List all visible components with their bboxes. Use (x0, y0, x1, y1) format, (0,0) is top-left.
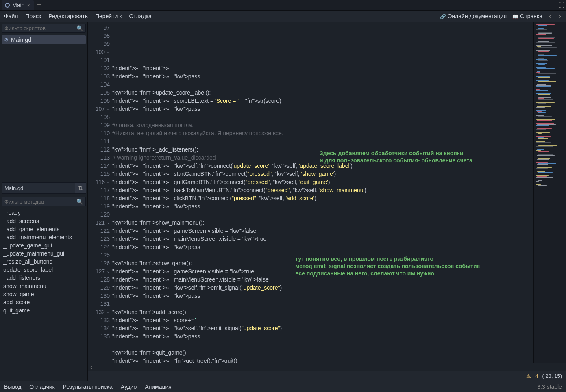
warning-icon[interactable]: ⚠ (526, 373, 531, 379)
chevron-left-icon[interactable]: ‹ (90, 364, 92, 370)
online-docs-link[interactable]: 🔗 Онлайн документация (440, 13, 507, 19)
nav-forward-button[interactable]: › (558, 12, 562, 20)
method-item[interactable]: show_mainmenu (0, 282, 87, 290)
script-item-label: Main.gd (11, 37, 31, 43)
code-editor: 979899100 ⌄101102103104105106107 ⌄108109… (88, 22, 566, 381)
link-icon: 🔗 (440, 14, 446, 19)
bottom-anim[interactable]: Анимация (145, 383, 172, 390)
menu-file[interactable]: Файл (4, 13, 18, 19)
help-icon: 📖 (512, 14, 518, 19)
annotation-1: Здесь добавляем обработчики событий на к… (320, 135, 472, 179)
menu-debug[interactable]: Отладка (129, 13, 151, 19)
menu-goto[interactable]: Перейти к (95, 13, 122, 19)
search-icon[interactable]: 🔍 (76, 199, 83, 205)
bottom-panel-bar: Вывод Отладчик Результаты поиска Аудио А… (0, 381, 566, 392)
tab-main[interactable]: Main × (2, 0, 34, 10)
bottom-debugger[interactable]: Отладчик (29, 383, 54, 390)
method-item[interactable]: _update_game_gui (0, 241, 87, 249)
tab-title: Main (12, 2, 24, 9)
menu-search[interactable]: Поиск (25, 13, 41, 19)
gear-icon: ⚙ (4, 37, 9, 43)
script-list: ⚙ Main.gd (0, 35, 87, 181)
code-column[interactable]: Здесь добавляем обработчики событий на к… (112, 22, 533, 363)
horizontal-scrollbar[interactable]: ‹ (88, 363, 566, 371)
filter-scripts-input[interactable] (4, 25, 76, 31)
version-label: 3.3.stable (537, 383, 562, 390)
method-item[interactable]: _add_game_elements (0, 225, 87, 233)
gutter: 979899100 ⌄101102103104105106107 ⌄108109… (88, 22, 112, 363)
bottom-audio[interactable]: Аудио (121, 383, 137, 390)
swap-icon[interactable]: ⇅ (75, 183, 86, 193)
current-script-input[interactable] (2, 184, 75, 193)
method-item[interactable]: _add_listeners (0, 274, 87, 282)
method-item[interactable]: _add_mainmenu_elements (0, 233, 87, 241)
method-item[interactable]: add_score (0, 298, 87, 306)
script-item-main[interactable]: ⚙ Main.gd (2, 35, 86, 44)
search-icon[interactable]: 🔍 (76, 25, 83, 31)
minimap[interactable] (533, 22, 566, 363)
code-viewport[interactable]: 979899100 ⌄101102103104105106107 ⌄108109… (88, 22, 566, 363)
help-link[interactable]: 📖 Справка (512, 13, 542, 19)
annotation-2: тут понятно все, в прошлом посте разбира… (295, 240, 480, 292)
cursor-position: ( 23, 15) (542, 373, 562, 379)
method-item[interactable]: quit_game (0, 306, 87, 314)
bottom-search[interactable]: Результаты поиска (63, 383, 113, 390)
method-item[interactable]: update_score_label (0, 266, 87, 274)
method-item[interactable]: _add_screens (0, 217, 87, 225)
editor-status-bar: ⚠ 4 ( 23, 15) (88, 371, 566, 381)
add-tab-button[interactable]: + (37, 1, 41, 9)
close-icon[interactable]: × (27, 2, 30, 9)
menu-edit[interactable]: Редактировать (48, 13, 88, 19)
method-list: _ready_add_screens_add_game_elements_add… (0, 208, 87, 381)
method-item[interactable]: show_game (0, 290, 87, 298)
bottom-output[interactable]: Вывод (4, 383, 21, 390)
nav-back-button[interactable]: ‹ (548, 12, 552, 20)
method-item[interactable]: _resize_all_buttons (0, 258, 87, 266)
method-item[interactable]: _update_mainmenu_gui (0, 249, 87, 258)
filter-methods-input[interactable] (4, 199, 76, 205)
warning-count[interactable]: 4 (535, 373, 538, 379)
script-icon (5, 3, 10, 8)
tab-bar: Main × + ⛶ (0, 0, 566, 11)
filter-methods-row: 🔍 (2, 197, 86, 206)
print-margin (389, 22, 389, 363)
main-area: 🔍 ⚙ Main.gd ⇅ 🔍 _ready_add_screens_add_g… (0, 22, 566, 381)
method-item[interactable]: _ready (0, 209, 87, 217)
script-sidebar: 🔍 ⚙ Main.gd ⇅ 🔍 _ready_add_screens_add_g… (0, 22, 88, 381)
current-script-row: ⇅ (2, 182, 86, 194)
menu-bar: Файл Поиск Редактировать Перейти к Отлад… (0, 11, 566, 22)
filter-scripts-row: 🔍 (2, 24, 86, 33)
expand-icon[interactable]: ⛶ (559, 2, 564, 9)
